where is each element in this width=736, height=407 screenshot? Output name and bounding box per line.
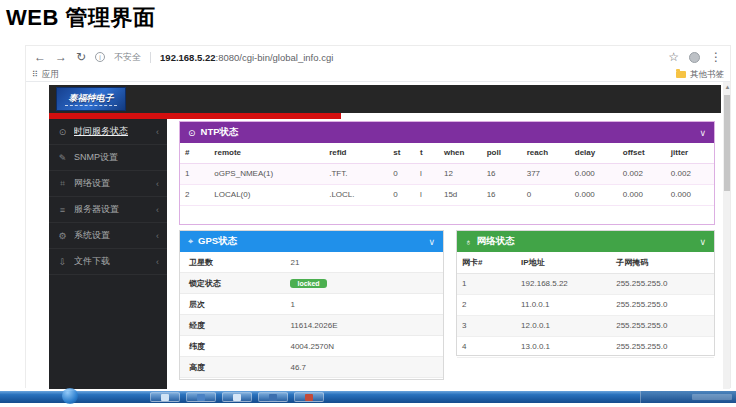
other-bookmarks[interactable]: 其他书签 bbox=[676, 69, 724, 81]
server-icon: ≡ bbox=[57, 205, 68, 215]
page-viewport: 泰福特电子 ⊙ 时间服务状态 ‹ ✎ SNMP设置 ⌗ 网络设置 ‹ ≡ bbox=[26, 82, 730, 389]
chevron-left-icon: ‹ bbox=[156, 231, 159, 241]
divider bbox=[150, 52, 151, 63]
security-label[interactable]: 不安全 bbox=[114, 51, 141, 64]
gps-field-label: 经度 bbox=[180, 320, 290, 331]
url-path: :8080/cgi-bin/global_info.cgi bbox=[216, 52, 334, 63]
table-row: 1 192.168.5.22 255.255.255.0 bbox=[457, 273, 714, 294]
network-panel-header[interactable]: ♁ 网络状态 ∨ bbox=[457, 231, 714, 252]
sidebar-item-system-settings[interactable]: ⚙ 系统设置 ‹ bbox=[49, 223, 167, 249]
gps-pin-icon: ⌖ bbox=[188, 236, 193, 247]
col-header: remote bbox=[209, 143, 324, 163]
list-item: 锁定状态 locked bbox=[180, 273, 443, 294]
taskbar-item[interactable] bbox=[258, 392, 288, 402]
gps-status-panel: ⌖ GPS状态 ∨ 卫星数 21 锁定状态 locked 层次 1 经度 bbox=[179, 230, 444, 380]
table-row: 2 11.0.0.1 255.255.255.0 bbox=[457, 294, 714, 315]
company-logo[interactable]: 泰福特电子 bbox=[56, 87, 126, 111]
forward-icon[interactable]: → bbox=[55, 51, 67, 63]
cell: 4 bbox=[457, 336, 516, 357]
start-button[interactable] bbox=[62, 388, 78, 404]
list-item: 纬度 4004.2570N bbox=[180, 336, 443, 357]
ntp-status-panel: ⊙ NTP状态 ∨ # remote refid st t bbox=[179, 121, 715, 225]
col-header: 网卡# bbox=[457, 252, 516, 273]
cell: 377 bbox=[522, 163, 570, 184]
cell: 0 bbox=[388, 163, 415, 184]
url-field[interactable]: 192.168.5.22:8080/cgi-bin/global_info.cg… bbox=[160, 52, 659, 63]
cell: 0 bbox=[388, 184, 415, 205]
col-header: 子网掩码 bbox=[611, 252, 714, 273]
chevron-down-icon[interactable]: ∨ bbox=[428, 237, 435, 247]
cell: 0.000 bbox=[570, 184, 618, 205]
col-header: poll bbox=[482, 143, 522, 163]
globe-icon: ♁ bbox=[465, 237, 472, 247]
site-info-icon[interactable]: i bbox=[95, 52, 105, 62]
network-status-panel: ♁ 网络状态 ∨ 网卡# IP地址 子网掩码 1 192.168.5.22 25… bbox=[456, 230, 715, 356]
network-table-header-row: 网卡# IP地址 子网掩码 bbox=[457, 252, 714, 273]
system-tray[interactable] bbox=[640, 391, 736, 403]
sidebar-item-time-service-status[interactable]: ⊙ 时间服务状态 ‹ bbox=[49, 119, 167, 145]
chevron-left-icon: ‹ bbox=[156, 179, 159, 189]
gps-field-value: 46.7 bbox=[290, 363, 306, 372]
reload-icon[interactable]: ↻ bbox=[76, 51, 86, 63]
sidebar-item-snmp-settings[interactable]: ✎ SNMP设置 bbox=[49, 145, 167, 171]
taskbar-item[interactable] bbox=[222, 392, 252, 402]
locked-status-badge: locked bbox=[290, 279, 326, 288]
gps-panel-title: GPS状态 bbox=[198, 235, 237, 248]
ntp-table-header-row: # remote refid st t when poll reach dela… bbox=[180, 143, 714, 163]
scroll-up-icon[interactable]: ▲ bbox=[723, 83, 730, 92]
sidebar-item-label: 时间服务状态 bbox=[74, 125, 150, 138]
col-header: t bbox=[415, 143, 439, 163]
cell: 12.0.0.1 bbox=[516, 315, 611, 336]
cell: 0.002 bbox=[666, 163, 714, 184]
ntp-panel-title: NTP状态 bbox=[201, 126, 239, 139]
cell: 255.255.255.0 bbox=[611, 336, 714, 357]
col-header: IP地址 bbox=[516, 252, 611, 273]
col-header: when bbox=[439, 143, 482, 163]
cell: 0.000 bbox=[618, 184, 666, 205]
cell: 192.168.5.22 bbox=[516, 273, 611, 294]
network-panel-title: 网络状态 bbox=[477, 235, 515, 248]
bookmark-star-icon[interactable]: ☆ bbox=[668, 51, 679, 63]
cell: 1 bbox=[180, 163, 209, 184]
gps-panel-header[interactable]: ⌖ GPS状态 ∨ bbox=[180, 231, 443, 252]
url-host: 192.168.5.22 bbox=[160, 52, 215, 63]
cell: 13.0.0.1 bbox=[516, 336, 611, 357]
back-icon[interactable]: ← bbox=[34, 51, 46, 63]
sidebar-item-label: SNMP设置 bbox=[74, 151, 159, 164]
clock-icon: ⊙ bbox=[57, 127, 68, 137]
taskbar-item[interactable] bbox=[294, 392, 324, 402]
taskbar-item[interactable] bbox=[150, 392, 180, 402]
cell: 2 bbox=[180, 184, 209, 205]
ntp-table: # remote refid st t when poll reach dela… bbox=[180, 143, 714, 206]
chevron-down-icon[interactable]: ∨ bbox=[699, 128, 706, 138]
table-row: 1 oGPS_NMEA(1) .TFT. 0 l 12 16 377 0.000… bbox=[180, 163, 714, 184]
cell: 16 bbox=[482, 184, 522, 205]
cell: l bbox=[415, 184, 439, 205]
list-item: 层次 1 bbox=[180, 294, 443, 315]
network-table: 网卡# IP地址 子网掩码 1 192.168.5.22 255.255.255… bbox=[457, 252, 714, 358]
chevron-down-icon[interactable]: ∨ bbox=[699, 237, 706, 247]
apps-shortcut[interactable]: ⠿ 应用 bbox=[32, 69, 59, 81]
sidebar-item-network-settings[interactable]: ⌗ 网络设置 ‹ bbox=[49, 171, 167, 197]
table-row: 3 12.0.0.1 255.255.255.0 bbox=[457, 315, 714, 336]
table-row: 4 13.0.0.1 255.255.255.0 bbox=[457, 336, 714, 357]
cell: 12 bbox=[439, 163, 482, 184]
menu-dots-icon[interactable]: ⋮ bbox=[710, 51, 722, 63]
gps-field-value: 4004.2570N bbox=[290, 342, 334, 351]
cell: 0.002 bbox=[618, 163, 666, 184]
taskbar-item[interactable] bbox=[186, 392, 216, 402]
cell: .LOCL. bbox=[324, 184, 388, 205]
scrollbar-thumb[interactable] bbox=[724, 95, 730, 191]
chevron-left-icon: ‹ bbox=[156, 205, 159, 215]
windows-taskbar[interactable] bbox=[0, 391, 736, 403]
cell: LOCAL(0) bbox=[209, 184, 324, 205]
sidebar-item-file-download[interactable]: ⇩ 文件下载 ‹ bbox=[49, 249, 167, 275]
page-scrollbar[interactable]: ▲ bbox=[723, 82, 730, 389]
ntp-panel-header[interactable]: ⊙ NTP状态 ∨ bbox=[180, 122, 714, 143]
profile-avatar[interactable] bbox=[689, 52, 700, 63]
other-bookmarks-label: 其他书签 bbox=[690, 69, 724, 81]
sidebar-item-server-settings[interactable]: ≡ 服务器设置 ‹ bbox=[49, 197, 167, 223]
apps-grid-icon: ⠿ bbox=[32, 70, 38, 79]
col-header: st bbox=[388, 143, 415, 163]
cell: .TFT. bbox=[324, 163, 388, 184]
